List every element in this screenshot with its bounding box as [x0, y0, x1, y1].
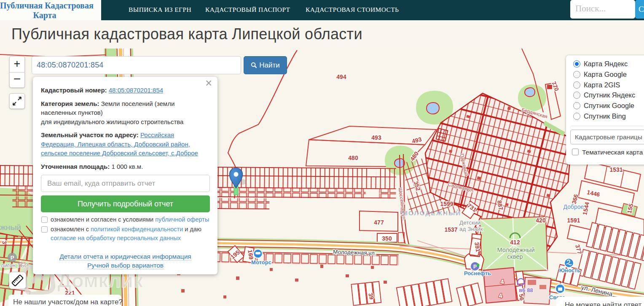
svg-text:Р: Р — [473, 264, 477, 270]
svg-text:Доброе: Доброе — [564, 203, 584, 210]
svg-text:Роснефть: Роснефть — [464, 270, 491, 276]
svg-text:1599: 1599 — [440, 200, 453, 207]
svg-text:493: 493 — [371, 134, 381, 141]
svg-text:Детский: Детский — [459, 219, 480, 226]
svg-text:1537: 1537 — [444, 226, 457, 233]
svg-text:Юность: Юность — [559, 267, 581, 274]
svg-text:ад Знайк: ад Знайк — [459, 226, 483, 232]
svg-text:сквер: сквер — [507, 253, 523, 260]
svg-text:1591: 1591 — [567, 217, 580, 224]
svg-text:ЖНЫЙ: ЖНЫЙ — [0, 224, 21, 231]
svg-text:350: 350 — [382, 235, 392, 242]
svg-text:МОЛОДЕЖНЫЙ: МОЛОДЕЖНЫЙ — [402, 209, 461, 217]
svg-text:480: 480 — [348, 154, 358, 161]
svg-text:494: 494 — [336, 73, 346, 80]
svg-text:Моторс: Моторс — [251, 259, 271, 265]
svg-text:420: 420 — [536, 217, 546, 224]
svg-text:Молодёжный: Молодёжный — [497, 246, 534, 253]
svg-text:в6 88: в6 88 — [519, 287, 533, 293]
svg-text:1531: 1531 — [609, 166, 623, 173]
svg-text:477: 477 — [374, 219, 384, 226]
svg-text:412: 412 — [510, 239, 520, 246]
svg-text:56: 56 — [518, 293, 526, 301]
svg-text:P: P — [11, 255, 14, 261]
